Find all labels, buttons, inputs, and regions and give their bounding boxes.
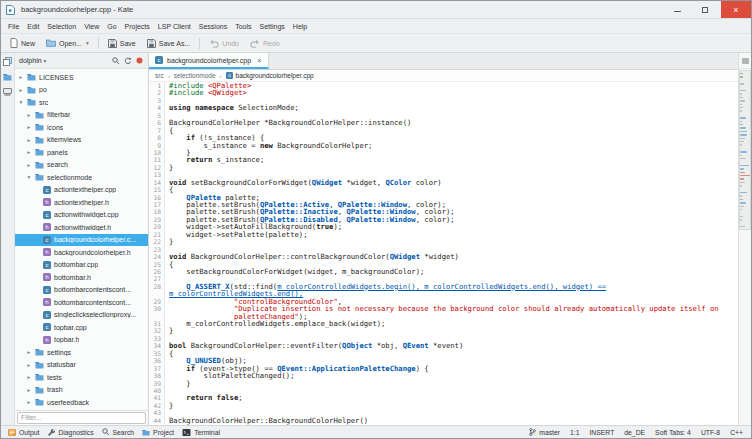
code-line[interactable]: 2#include <QWidget> xyxy=(149,89,738,96)
code-line[interactable]: 14void setBackgroundColorForWidget(QWidg… xyxy=(149,179,738,186)
tree-item-kitemviews[interactable]: ▸kitemviews xyxy=(15,134,148,147)
refresh-icon[interactable] xyxy=(123,56,133,66)
tree-item-bottombar-h[interactable]: hbottombar.h xyxy=(15,271,148,284)
menu-item-sessions[interactable]: Sessions xyxy=(195,19,231,33)
tree-item-backgroundcolorhelper-c-[interactable]: cbackgroundcolorhelper.c... xyxy=(15,234,148,247)
projects-icon[interactable] xyxy=(3,73,12,81)
encoding[interactable]: UTF-8 xyxy=(696,429,725,436)
language-mode[interactable]: C++ xyxy=(725,429,748,436)
code-line[interactable]: 9 s_instance = new BackgroundColorHelper… xyxy=(149,142,738,149)
breadcrumb-selectionmode[interactable]: selectionmode xyxy=(174,72,216,79)
tree-item-settings[interactable]: ▸settings xyxy=(15,346,148,359)
menu-item-file[interactable]: File xyxy=(4,19,23,33)
chevron-right-icon[interactable]: ▸ xyxy=(26,349,32,355)
chevron-right-icon[interactable]: ▸ xyxy=(26,124,32,130)
project-name[interactable]: dolphin xyxy=(19,57,42,64)
new-button[interactable]: New xyxy=(5,36,40,50)
tree-item-backgroundcolorhelper-h[interactable]: hbackgroundcolorhelper.h xyxy=(15,246,148,259)
menu-item-selection[interactable]: Selection xyxy=(43,19,80,33)
chevron-right-icon[interactable]: ▸ xyxy=(26,362,32,368)
tree-item-statusbar[interactable]: ▸statusbar xyxy=(15,359,148,372)
code-line[interactable]: 44BackgroundColorHelper::BackgroundColor… xyxy=(149,417,738,424)
diagnostics-panel-button[interactable]: Diagnostics xyxy=(43,426,97,438)
close-button[interactable]: × xyxy=(721,1,751,18)
tree-item-topbar-h[interactable]: htopbar.h xyxy=(15,334,148,347)
dictionary[interactable]: de_DE xyxy=(619,429,650,436)
tree-item-panels[interactable]: ▸panels xyxy=(15,146,148,159)
tree-item-search[interactable]: ▸search xyxy=(15,159,148,172)
chevron-right-icon[interactable]: ▸ xyxy=(26,374,32,380)
tree-item-trash[interactable]: ▸trash xyxy=(15,384,148,397)
chevron-right-icon[interactable]: ▸ xyxy=(18,74,24,80)
tree-item-bottombar-cpp[interactable]: cbottombar.cpp xyxy=(15,259,148,272)
code-view[interactable]: 1#include <QPalette>2#include <QWidget>3… xyxy=(149,82,738,425)
project-panel-button[interactable]: Project xyxy=(138,426,178,438)
tree-item-topbar-cpp[interactable]: ctopbar.cpp xyxy=(15,321,148,334)
tree-item-tests[interactable]: ▸tests xyxy=(15,371,148,384)
chevron-right-icon[interactable]: ▸ xyxy=(26,387,32,393)
search-icon[interactable] xyxy=(111,56,121,66)
tab-backgroundcolorhelper[interactable]: c backgroundcolorhelper.cpp × xyxy=(149,53,269,69)
filter-input[interactable] xyxy=(17,412,146,424)
minimap-scrollbar[interactable] xyxy=(739,69,751,425)
code-line[interactable]: 24void BackgroundColorHelper::controlBac… xyxy=(149,253,738,260)
menu-item-edit[interactable]: Edit xyxy=(23,19,43,33)
undo-button[interactable]: Undo xyxy=(204,37,244,50)
tree-item-bottombarcontentscont-[interactable]: cbottombarcontentscont... xyxy=(15,284,148,297)
redo-button[interactable]: Redo xyxy=(245,37,285,50)
code-line[interactable]: 41 return false; xyxy=(149,394,738,401)
chevron-down-icon[interactable]: ▾ xyxy=(18,99,24,105)
tab-close-icon[interactable]: × xyxy=(257,56,262,65)
tab-settings[interactable]: Soft Tabs: 4 xyxy=(650,429,696,436)
terminal-panel-button[interactable]: Terminal xyxy=(178,426,224,438)
chevron-right-icon[interactable]: ▸ xyxy=(26,112,32,118)
output-panel-button[interactable]: Output xyxy=(4,426,43,438)
chevron-right-icon[interactable]: ▸ xyxy=(26,162,32,168)
code-line[interactable]: 4using namespace SelectionMode; xyxy=(149,104,738,111)
menu-item-go[interactable]: Go xyxy=(103,19,120,33)
code-line[interactable]: 34bool BackgroundColorHelper::eventFilte… xyxy=(149,342,738,349)
chevron-right-icon[interactable]: ▸ xyxy=(26,399,32,405)
cursor-position[interactable]: 1:1 xyxy=(565,429,584,436)
tree-item-selectionmode[interactable]: ▾selectionmode xyxy=(15,171,148,184)
breadcrumb-src[interactable]: src xyxy=(155,72,164,79)
documents-icon[interactable] xyxy=(3,57,12,66)
tree-item-singleclickselectionproxy-[interactable]: csingleclickselectionproxy... xyxy=(15,309,148,322)
code-line[interactable]: 21 widget->setPalette(palette); xyxy=(149,231,738,238)
chevron-right-icon[interactable]: ▸ xyxy=(26,149,32,155)
minimize-button[interactable] xyxy=(665,1,689,18)
tree-item-actionwithwidget-h[interactable]: hactionwithwidget.h xyxy=(15,221,148,234)
menu-item-view[interactable]: View xyxy=(80,19,103,33)
tree-item-po[interactable]: ▸po xyxy=(15,84,148,97)
tree-item-licenses[interactable]: ▸LICENSES xyxy=(15,71,148,84)
code-line[interactable]: 12} xyxy=(149,164,738,171)
tree-item-icons[interactable]: ▸icons xyxy=(15,121,148,134)
code-line[interactable]: 11 return s_instance; xyxy=(149,156,738,163)
code-line[interactable]: 32} xyxy=(149,327,738,334)
menu-item-lsp-client[interactable]: LSP Client xyxy=(154,19,195,33)
save-as-button[interactable]: Save As... xyxy=(142,37,196,50)
tree-item-actiontexthelper-h[interactable]: hactiontexthelper.h xyxy=(15,196,148,209)
code-line[interactable]: 31 m_colorControlledWidgets.emplace_back… xyxy=(149,320,738,327)
menu-item-settings[interactable]: Settings xyxy=(256,19,289,33)
tree-item-bottombarcontentscont-[interactable]: hbottombarcontentscont... xyxy=(15,296,148,309)
tree-item-userfeedback[interactable]: ▸userfeedback xyxy=(15,396,148,409)
menu-item-help[interactable]: Help xyxy=(289,19,311,33)
chevron-down-icon[interactable]: ▾ xyxy=(26,174,32,180)
maximize-button[interactable] xyxy=(693,1,717,18)
code-line[interactable]: 22} xyxy=(149,238,738,245)
save-button[interactable]: Save xyxy=(103,37,141,50)
input-mode[interactable]: INSERT xyxy=(584,429,619,436)
tree-item-filterbar[interactable]: ▸filterbar xyxy=(15,109,148,122)
code-line[interactable]: 42} xyxy=(149,402,738,409)
breadcrumb-file[interactable]: c backgroundcolorhelper.cpp xyxy=(226,72,314,79)
filesystem-icon[interactable] xyxy=(3,88,12,96)
tree-item-src[interactable]: ▾src xyxy=(15,96,148,109)
menu-item-projects[interactable]: Projects xyxy=(121,19,154,33)
open-button[interactable]: Open... ▾ xyxy=(41,37,94,49)
chevron-right-icon[interactable]: ▸ xyxy=(26,137,32,143)
project-status-icon[interactable] xyxy=(135,56,144,65)
tree-item-actiontexthelper-cpp[interactable]: cactiontexthelper.cpp xyxy=(15,184,148,197)
chevron-right-icon[interactable]: ▸ xyxy=(18,87,24,93)
search-panel-button[interactable]: Search xyxy=(98,426,139,438)
